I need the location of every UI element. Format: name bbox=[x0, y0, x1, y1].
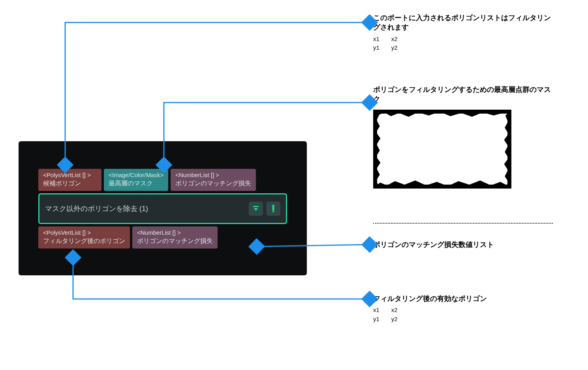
input-port-matching-loss[interactable]: <NumberList [] > ポリゴンのマッチング損失 bbox=[171, 169, 256, 191]
port-label: ポリゴンのマッチング損失 bbox=[175, 179, 251, 188]
annotation-mask: ポリゴンをフィルタリングするための最高層点群のマスク bbox=[373, 85, 555, 189]
svg-rect-0 bbox=[253, 206, 259, 207]
annotation-out-polys: フィルタリング後の有効なポリゴン x1 y1 x2 y2 bbox=[373, 294, 487, 323]
annotation-title: ポリゴンのマッチング損失数値リスト bbox=[373, 240, 494, 249]
coord-x1: x1 bbox=[373, 306, 379, 315]
mask-thumbnail bbox=[373, 110, 511, 189]
node-title-bar[interactable]: マスク以外のポリゴンを除去 (1) bbox=[38, 193, 287, 224]
input-port-candidate-polygons[interactable]: <PolysVertList [] > 候補ポリゴン bbox=[38, 169, 101, 191]
node-title-icons bbox=[249, 202, 280, 216]
annotation-title: フィルタリング後の有効なポリゴン bbox=[373, 294, 487, 303]
port-type: <PolysVertList [] > bbox=[43, 171, 97, 179]
input-port-top-layer-mask[interactable]: <Image/Color/Mask> 最高層のマスク bbox=[104, 169, 168, 191]
port-label: 候補ポリゴン bbox=[43, 179, 97, 188]
annotation-title: ポリゴンをフィルタリングするための最高層点群のマスク bbox=[373, 85, 555, 104]
warning-icon[interactable] bbox=[266, 202, 280, 216]
expand-down-icon[interactable] bbox=[249, 202, 263, 216]
coord-y2: y2 bbox=[391, 43, 398, 52]
coord-y2: y2 bbox=[391, 315, 398, 324]
annotation-title: このポートに入力されるポリゴンリストはフィルタリングされます bbox=[373, 13, 555, 32]
port-type: <PolysVertList [] > bbox=[43, 229, 125, 237]
input-ports-row: <PolysVertList [] > 候補ポリゴン <Image/Color/… bbox=[38, 169, 287, 191]
port-type: <Image/Color/Mask> bbox=[109, 171, 163, 179]
annotation-coords: x1 y1 x2 y2 bbox=[373, 306, 487, 323]
separator bbox=[373, 223, 553, 224]
coord-x2: x2 bbox=[391, 306, 398, 315]
annotation-input-polys: このポートに入力されるポリゴンリストはフィルタリングされます x1 y1 x2 … bbox=[373, 13, 555, 52]
output-ports-row: <PolysVertList [] > フィルタリング後のポリゴン <Numbe… bbox=[38, 226, 287, 249]
port-type: <NumberList [] > bbox=[175, 171, 251, 179]
svg-point-1 bbox=[272, 211, 274, 213]
coord-y1: y1 bbox=[373, 315, 379, 324]
node-title: マスク以外のポリゴンを除去 (1) bbox=[45, 204, 148, 213]
port-type: <NumberList [] > bbox=[137, 229, 213, 237]
output-port-filtered-polygons[interactable]: <PolysVertList [] > フィルタリング後のポリゴン bbox=[38, 226, 130, 249]
node-panel: <PolysVertList [] > 候補ポリゴン <Image/Color/… bbox=[19, 141, 307, 275]
annotation-coords: x1 y1 x2 y2 bbox=[373, 35, 555, 52]
coord-x1: x1 bbox=[373, 35, 379, 44]
coord-y1: y1 bbox=[373, 43, 379, 52]
port-label: 最高層のマスク bbox=[109, 179, 163, 188]
annotation-out-loss: ポリゴンのマッチング損失数値リスト bbox=[373, 240, 494, 249]
port-label: フィルタリング後のポリゴン bbox=[43, 237, 125, 245]
output-port-matching-loss[interactable]: <NumberList [] > ポリゴンのマッチング損失 bbox=[132, 226, 218, 249]
port-label: ポリゴンのマッチング損失 bbox=[137, 237, 213, 245]
coord-x2: x2 bbox=[391, 35, 398, 44]
